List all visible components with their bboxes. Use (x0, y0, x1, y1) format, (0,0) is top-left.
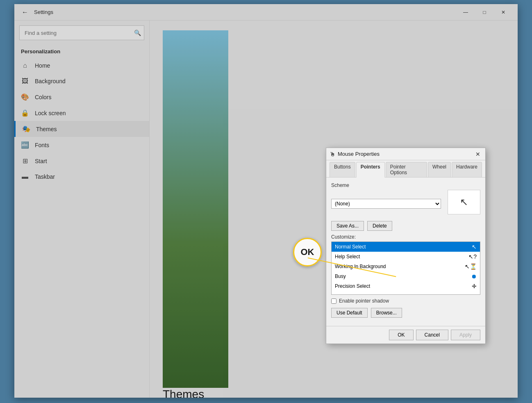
settings-window: ← Settings — □ ✕ 🔍 Personalization ⌂ Hom… (14, 4, 518, 398)
customize-label: Customize: (331, 234, 480, 240)
cursor-precision-label: Precision Select (335, 283, 370, 289)
cursor-busy-icon: ⏺ (471, 273, 477, 280)
cancel-button[interactable]: Cancel (416, 330, 448, 340)
cursor-help-label: Help Select (335, 254, 360, 260)
ok-annotation-text: OK (301, 247, 314, 257)
apply-button[interactable]: Apply (451, 330, 480, 340)
dialog-titlebar: 🖱 Mouse Properties ✕ (326, 148, 485, 160)
ok-annotation-circle: OK (293, 238, 322, 266)
browse-button[interactable]: Browse... (371, 308, 402, 318)
scheme-label: Scheme (331, 182, 480, 188)
cursor-preview-icon: ↖ (460, 196, 468, 208)
default-browse-row: Use Default Browse... (331, 308, 480, 318)
enable-shadow-row: Enable pointer shadow (331, 298, 480, 304)
cursor-busy[interactable]: Busy ⏺ (332, 271, 480, 281)
cursor-working-bg[interactable]: Working In Background ↖⏳ (332, 262, 480, 271)
tab-pointer-options[interactable]: Pointer Options (386, 162, 427, 177)
tab-buttons[interactable]: Buttons (330, 162, 355, 177)
scheme-select[interactable]: (None)Windows AeroWindows BlackWindows D… (331, 199, 441, 209)
cursor-precision-select[interactable]: Precision Select ✛ (332, 281, 480, 291)
tab-wheel[interactable]: Wheel (428, 162, 451, 177)
cursor-help-select[interactable]: Help Select ↖? (332, 252, 480, 262)
dialog-mouse-icon: 🖱 (330, 151, 335, 157)
cursor-normal-label: Normal Select (335, 244, 366, 250)
cursor-busy-label: Busy (335, 273, 346, 279)
dialog-tabs: Buttons Pointers Pointer Options Wheel H… (326, 160, 485, 178)
enable-shadow-checkbox[interactable] (331, 298, 336, 304)
tab-hardware[interactable]: Hardware (452, 162, 482, 177)
save-as-button[interactable]: Save As... (331, 221, 364, 231)
dialog-title: Mouse Properties (338, 151, 474, 157)
tab-pointers[interactable]: Pointers (356, 162, 385, 178)
enable-shadow-label: Enable pointer shadow (339, 298, 389, 304)
cursor-normal-icon: ↖ (472, 244, 477, 250)
cursor-precision-icon: ✛ (472, 283, 477, 289)
mouse-properties-dialog: 🖱 Mouse Properties ✕ Buttons Pointers Po… (326, 148, 486, 344)
dialog-body: Scheme (None)Windows AeroWindows BlackWi… (326, 178, 485, 326)
dialog-close-button[interactable]: ✕ (474, 150, 482, 158)
delete-button[interactable]: Delete (367, 221, 392, 231)
scheme-buttons-row: Save As... Delete (331, 221, 480, 231)
use-default-button[interactable]: Use Default (331, 308, 368, 318)
cursor-help-icon: ↖? (468, 253, 477, 260)
scheme-row: (None)Windows AeroWindows BlackWindows D… (331, 190, 480, 218)
customize-list[interactable]: Normal Select ↖ Help Select ↖? Working I… (331, 241, 480, 295)
dialog-footer: OK Cancel Apply (326, 326, 485, 344)
cursor-normal-select[interactable]: Normal Select ↖ (332, 242, 480, 252)
cursor-preview-area: ↖ (448, 190, 480, 214)
ok-button[interactable]: OK (389, 330, 413, 340)
cursor-working-icon: ↖⏳ (465, 263, 477, 270)
dialog-overlay: 🖱 Mouse Properties ✕ Buttons Pointers Po… (14, 4, 518, 398)
